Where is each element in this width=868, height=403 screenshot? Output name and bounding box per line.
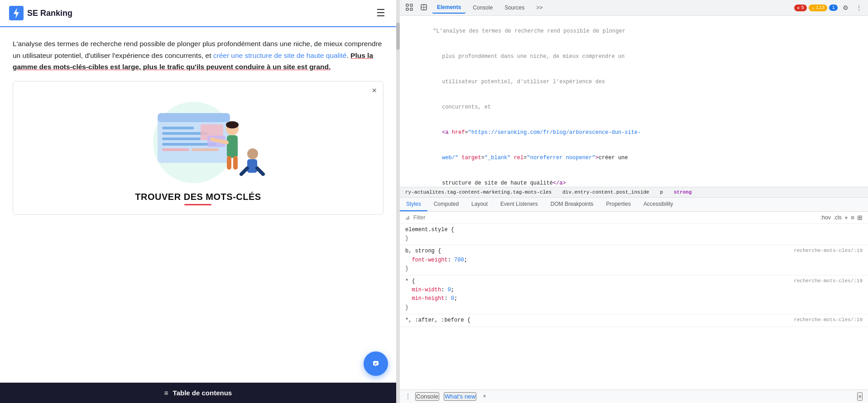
table-contenus-label: Table de contenus (173, 389, 232, 397)
tab-event-listeners[interactable]: Event Listeners (494, 198, 544, 211)
css-file-star-pseudo[interactable]: recherche-mots-cles/:19 (794, 316, 863, 324)
svg-rect-25 (374, 364, 376, 365)
chat-fab-button[interactable] (364, 351, 388, 376)
hov-button[interactable]: :hov (820, 214, 831, 221)
tab-properties[interactable]: Properties (600, 198, 638, 211)
tab-computed[interactable]: Computed (427, 198, 465, 211)
article-paragraph: L'analyse des termes de recherche rend p… (13, 38, 384, 73)
devtools-bottom-tabs: Styles Computed Layout Event Listeners D… (400, 198, 868, 212)
svg-rect-17 (233, 156, 238, 170)
console-bar: ⋮ Console What's new × × (400, 389, 868, 403)
scrollbar-divider (396, 0, 400, 403)
html-line-6[interactable]: web/" target="_blank" rel="noreferrer no… (400, 145, 868, 171)
devtools-panel: Elements Console Sources >> ✕ 5 ⚠ 113 1 … (400, 0, 868, 403)
image-card: × (13, 81, 384, 215)
article-link[interactable]: créer une structure de site de haute qua… (213, 52, 347, 59)
breadcrumb-div[interactable]: div.entry-content.post_inside (562, 190, 649, 195)
html-line-3[interactable]: utilisateur potentiel, d'utiliser l'expé… (400, 69, 868, 95)
illustration-image (121, 90, 275, 185)
svg-rect-9 (162, 148, 189, 151)
svg-line-21 (241, 168, 247, 174)
filter-controls: :hov .cls + ≡ ⊞ (820, 214, 863, 221)
card-title: TROUVER DES MOTS-CLÉS (135, 192, 261, 202)
svg-rect-4 (158, 113, 230, 122)
card-title-area: TROUVER DES MOTS-CLÉS (135, 192, 261, 205)
tab-styles[interactable]: Styles (400, 198, 427, 211)
css-prop-minheight[interactable]: min-height (412, 295, 444, 302)
svg-rect-7 (162, 137, 201, 140)
svg-rect-24 (374, 363, 377, 364)
svg-rect-27 (406, 8, 408, 10)
error-icon: ✕ (797, 5, 800, 11)
card-title-underline (184, 204, 211, 205)
devtools-errors: ✕ 5 ⚠ 113 1 (794, 5, 838, 11)
more-options-button[interactable]: ⋮ (854, 3, 864, 13)
tab-dom-breakpoints[interactable]: DOM Breakpoints (544, 198, 600, 211)
css-value-fontweight[interactable]: 700 (454, 257, 464, 263)
svg-rect-28 (410, 4, 412, 6)
css-selector-strong[interactable]: b, strong { (405, 248, 441, 254)
svg-line-22 (257, 168, 263, 174)
css-rule-element-style: element.style { } (400, 224, 868, 245)
css-value-minwidth[interactable]: 0 (448, 287, 451, 293)
whatsnew-tab-button[interactable]: What's new (444, 392, 476, 401)
table-contenus-bar[interactable]: ≡ Table de contenus (0, 383, 396, 403)
css-rule-star-pseudo: *, :after, :before { recherche-mots-cles… (400, 314, 868, 327)
svg-point-14 (226, 121, 239, 128)
html-line-1[interactable]: "L'analyse des termes de recherche rend … (400, 19, 868, 44)
tab-accessibility[interactable]: Accessibility (637, 198, 679, 211)
devtools-topbar: Elements Console Sources >> ✕ 5 ⚠ 113 1 … (400, 0, 868, 16)
toggle-format-button[interactable]: ≡ (851, 214, 854, 221)
error-count: 5 (801, 5, 804, 10)
breadcrumb-strong[interactable]: strong (674, 190, 692, 195)
settings-button[interactable]: ⚙ (840, 3, 851, 13)
scrollbar-handle[interactable] (396, 23, 400, 50)
svg-rect-16 (227, 156, 231, 170)
filter-input[interactable] (413, 214, 817, 221)
info-badge: 1 (829, 5, 838, 11)
site-header: SE Ranking ☰ (0, 0, 396, 27)
css-selector-element[interactable]: element.style { (405, 227, 454, 233)
hamburger-button[interactable]: ☰ (374, 5, 387, 21)
devtools-tab-console[interactable]: Console (468, 2, 497, 13)
html-line-2[interactable]: plus profondément dans une niche, de mie… (400, 44, 868, 69)
devtools-close-button[interactable]: × (857, 392, 863, 401)
svg-rect-20 (247, 159, 257, 173)
inspect-element-button[interactable] (418, 2, 430, 14)
devtools-tab-elements[interactable]: Elements (432, 2, 465, 14)
breadcrumb-root[interactable]: ry-actualites.tag-content-marketing.tag-… (405, 190, 551, 195)
svg-rect-15 (227, 135, 238, 158)
html-tree-panel: "L'analyse des termes de recherche rend … (400, 16, 868, 187)
logo-area: SE Ranking (9, 6, 72, 20)
layout-button[interactable]: ⊞ (857, 214, 863, 221)
tab-layout[interactable]: Layout (465, 198, 494, 211)
logo-text: SE Ranking (27, 9, 72, 18)
html-line-4[interactable]: concurrents, et (400, 95, 868, 120)
css-file-star[interactable]: recherche-mots-cles/:19 (794, 277, 863, 285)
whatsnew-close-button[interactable]: × (483, 394, 486, 400)
html-line-7[interactable]: structure de site de haute qualité</a> (400, 171, 868, 187)
cursor-inspect-button[interactable] (403, 2, 415, 14)
css-selector-star[interactable]: * { (405, 278, 415, 284)
filter-icon: ⊿ (405, 214, 410, 221)
logo-icon (9, 6, 24, 20)
card-close-button[interactable]: × (372, 86, 377, 95)
css-prop-fontweight[interactable]: font-weight (412, 257, 447, 263)
breadcrumb-p[interactable]: p (660, 190, 663, 195)
css-file-strong[interactable]: recherche-mots-cles/:19 (794, 247, 863, 255)
html-line-5[interactable]: <a href="https://seranking.com/fr/blog/a… (400, 120, 868, 145)
cls-button[interactable]: .cls (834, 214, 842, 221)
svg-rect-26 (406, 4, 408, 6)
list-icon: ≡ (164, 389, 168, 397)
console-tab-button[interactable]: Console (415, 392, 439, 401)
warning-count: 113 (816, 5, 825, 10)
add-rule-button[interactable]: + (844, 214, 848, 221)
css-rule-star: * { recherche-mots-cles/:19 min-width: 0… (400, 275, 868, 314)
devtools-tab-more[interactable]: >> (532, 2, 547, 13)
devtools-tab-sources[interactable]: Sources (500, 2, 529, 13)
chat-icon (370, 358, 382, 370)
css-value-minheight[interactable]: 0 (451, 295, 454, 302)
warning-icon: ⚠ (811, 5, 815, 11)
css-selector-star-pseudo[interactable]: *, :after, :before { (405, 317, 470, 323)
css-prop-minwidth[interactable]: min-width (412, 287, 441, 293)
